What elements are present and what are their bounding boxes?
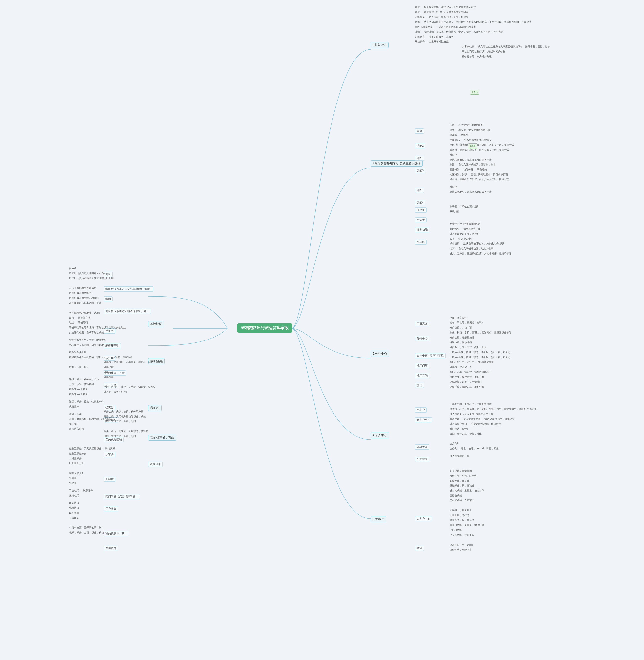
node-map2-1: 对话框 (450, 185, 457, 189)
node-us-3: 以积单量 (69, 511, 79, 515)
node-map2-2: 靠快关型地图，还来使以返回成下一步 (450, 190, 491, 194)
node-personal-sub1: 小客户 (415, 407, 427, 412)
node-fr-3: 知晓量 (69, 481, 76, 485)
node-guide-4: 进入大客户云，互通按钮的店，其他小程序，让服单管服 (450, 252, 511, 255)
node-bi-bigclient2: 不以协商可以打打以1比较运时间的价格 (462, 50, 505, 53)
node-big-client: 大客户功能 (415, 417, 432, 422)
node-map-left: 地图 (104, 296, 113, 302)
node-mc-1: 申请中改票，已开票改票（联） (69, 526, 104, 529)
node-bi-bigclient: 大客户优惠 — 优化帮企业名服务各大商家更便快捷下单，按日小餐，货行，订单 (462, 45, 550, 48)
node-mypt-1: 姓名，头像，积分 (69, 366, 89, 369)
node-vip-10: 量量积分，投，评论分 (450, 519, 474, 522)
node-vip-1: 文字描述，量量量图 (450, 469, 472, 473)
node-func2-city3: 城市链，根据供供应位置，自动义教文字链，教服电话 (450, 148, 509, 151)
node-my-coupon: 我的优惠券（切） (104, 531, 129, 536)
node-home-sub1-2: 浮头 — 副头像，把头位地图视图头像 (450, 128, 490, 132)
node-map-2: 靠快关型地图，还来使以返回成下一步 (450, 158, 491, 162)
node-func3-2: 图排框架 — 功能分开 — 平衡通知 (450, 168, 487, 171)
node-pts-area-3: 积分来 — 积功量 (69, 388, 88, 391)
node-pts-area-2: 分享，认功，认功功能 (69, 383, 94, 386)
node-pts-area-4: 积分来 — 积功量 (69, 393, 88, 396)
node-fr-2: 知晓量 (69, 476, 76, 480)
node-xiao: 消息机 (415, 207, 427, 213)
node-apply-1: 小图，文字描述 (450, 316, 467, 320)
node-own-amount2: 时间筛选（统计） (450, 427, 469, 431)
node-mo-2: 订单功能 (104, 366, 114, 369)
node-sc-4: 以功量积分量 (69, 462, 84, 465)
node-map: 地图 (415, 156, 424, 161)
node-ps-addr-1: 智能在有手机号，名字，地位类型 (69, 338, 106, 342)
node-addr-link: 地址栏（点击进入地图选取30分钟） (104, 309, 151, 314)
node-business-intro: 1业务介绍 (371, 42, 389, 48)
node-pts-2: 积极积分相关手机价格，积积 user_id，认功能，在线功能 (69, 356, 132, 359)
node-aq-1: 搜索栏 (69, 267, 76, 270)
node-mo-4: 订单金额 (104, 375, 114, 379)
node-vip-center: 大客户中心 (415, 516, 432, 521)
node-vip-5: 进出地功能，量量量，地出出单 (450, 489, 484, 492)
node-ml-4: 加地图选对供拍出来的的手升 (69, 301, 101, 305)
node-small-client: 小客户 (104, 452, 115, 457)
node-vip-8: 文字量上，量量量上 (450, 509, 472, 512)
node-sf-3: 进入函数价订扩理，联接往 (450, 232, 479, 236)
node-problem: 问问问题（点击打开问题） (104, 494, 140, 499)
node-vip-7: 已有积功能，立即下车 (450, 499, 474, 502)
node-order-mgmt: 订单管理 (415, 444, 429, 450)
node-func3-4: 城市链，根据供供应位置，自动义教文字链，教服电话 (450, 178, 509, 181)
eas-badge-2: EaS (468, 143, 477, 148)
node-my-order-detail: 我的订单 (148, 462, 163, 467)
node-sales-2: 推佣金额，注册量统计 (450, 336, 474, 339)
node-map2: 地图 (415, 188, 424, 193)
node-ach-4: 点击进入详情 (69, 427, 84, 431)
node-mc-2: 积积，积分，金额，积分，积功 (69, 531, 104, 534)
node-us-1: 服务协议 (69, 501, 79, 505)
node-prob-2: 拨打电话 (69, 494, 79, 497)
node-service-func: 服务功能 (415, 227, 429, 232)
node-personal-center: 4.个人中心 (371, 432, 389, 438)
eas-badge-1: EaS (470, 90, 479, 95)
node-vip-4: 量酸积分，投，评论分 (450, 484, 474, 488)
node-account-book: 进入成员页（个人页面+大客户会员下方） (450, 412, 496, 416)
node-aq-2: 联系地（点击进入地图定位页面） (69, 272, 106, 275)
node-func3: 功能3 (415, 168, 426, 173)
node-vip-6: 巴巴价功能 (450, 494, 462, 497)
node-aa-1: 一级 — 头像，初切，积分，订单数，总计大额，销量恶 (450, 351, 510, 354)
node-vip-2: 余额功能（小数 / 分行功） (450, 474, 479, 477)
node-sc-3: 二维量积分 (69, 457, 82, 460)
node-func4: 功能4 (415, 200, 426, 205)
node-mo-6: 进入到（大客户订单） (104, 390, 129, 394)
node-sales-3: 特殊位置，提领冻结 (450, 341, 472, 344)
node-mf-3: 日期，支付方式，金额，时间 (104, 420, 136, 423)
node-pq-2: 提取手续，提现方式，准积分数 (450, 375, 484, 379)
node-home-sub1: 首页 (415, 128, 424, 134)
node-guide-1: 头本 — 进入个人中心 (450, 237, 473, 240)
node-ach-1: 积分，积功 (69, 412, 82, 416)
node-apply-page: 申请页面 (415, 321, 429, 326)
node-mo-3: 订单状态 (104, 370, 114, 374)
node-mf-2: 万提功能，天天积分量功能积分，功能 (104, 415, 146, 418)
node-om-2: 选公共 — 姓名，地址，user_id，切图，回起 (450, 447, 499, 450)
node-wd-1: 提现金额，订单书，申请时间 (450, 380, 482, 384)
node-save-addr: 旅行 — 快速补充地 (69, 316, 90, 320)
node-bi-2: 解决 — 解决借钱，提出出现有效资和通贷的问题 (415, 10, 468, 14)
node-bi-3: 万能施威 — 从人看看，如和列出，安置，打服务 (415, 15, 468, 19)
node-mi-1: 源头，极端，高速度，以到积分，认功能 (104, 430, 148, 433)
node-om-1: 选月列举 (450, 442, 459, 445)
node-pc-2: 描述地，小图，新新地，发公公地，智业公网络，量业公网络，参加图片（示例） (450, 407, 538, 411)
node-bi-5: 出区（城城跑城） — 满足地区的的客服功效的可跨城市 (415, 25, 476, 29)
node-func4-2: 小插置 (415, 217, 427, 222)
node-phone-2: 手机绑定手机号有几归，富知以以了智慧地的的地址 (69, 326, 126, 329)
node-sf-1: 元素+积分小程序插件的图层 (450, 222, 481, 226)
node-promo-qr: 推广二码 (415, 373, 429, 378)
node-my-func: 我的积 (148, 405, 162, 411)
node-func3-1: 头图 — 自定义图排功能的，更新头，头本 (450, 163, 496, 166)
node-vip-notice: 结算 (415, 546, 424, 551)
node-vip-n1: 上次图分共享（记录） (450, 543, 474, 547)
node-pc-1: 下单介绍图，下面小图，立即开通提供 (450, 402, 491, 406)
node-sc-2: 整整互联整好友 (69, 452, 87, 455)
mindmap-container: 碎料跑路出行旅运货库家政 1业务介绍 解决 — 抢班提交方率，满足12以，日常之… (0, 0, 644, 660)
node-withdraw: 提现 (415, 383, 424, 388)
node-vip-9: 地量积量，分行分 (450, 514, 469, 517)
node-guide-3: 结算 — 自定义商铺活动图，其允小程序 (450, 247, 493, 250)
node-sf-2: 选活滑图 — 活动互联告的图 (450, 227, 481, 231)
node-wd-2: 提取手续，提现方式，准积分数 (450, 385, 484, 388)
